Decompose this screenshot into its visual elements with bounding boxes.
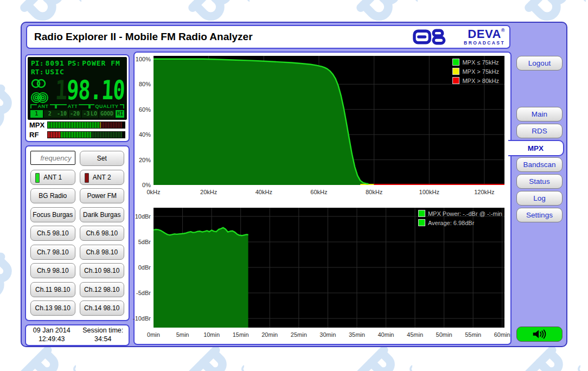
lcd-pi-ps-line: PI:8091PS:POWER FM: [31, 59, 124, 67]
x-tick-label: 40kHz: [255, 189, 272, 195]
x-tick-label: 120kHz: [474, 189, 494, 195]
deva-logo: DEVA® BROADCAST: [412, 28, 509, 46]
meter-bar: [47, 131, 125, 138]
app-window: Radio Explorer II - Mobile FM Radio Anal…: [21, 22, 567, 347]
x-tick-label: 5min: [176, 331, 189, 338]
preset-button[interactable]: Ch.12 98.10: [80, 282, 125, 297]
preset-button[interactable]: Ch.6 98.10: [80, 226, 125, 241]
logo-sub: BROADCAST: [464, 41, 505, 46]
meter-bar: [47, 121, 125, 129]
date-time: 09 Jan 2014 12:49:43: [26, 327, 78, 343]
x-tick-label: 80kHz: [366, 189, 382, 195]
level-meter-mpx: MPX: [29, 121, 125, 129]
y-tick-label: 40%: [139, 131, 151, 138]
legend-swatch-icon: [418, 219, 425, 226]
y-tick-label: 0dBr: [138, 264, 151, 271]
tuning-panel: Set ANT 1 ANT 2 BG RadioPower FMFocus Bu…: [25, 145, 130, 321]
deva-logo-mark: [412, 28, 460, 46]
sidebar-item-status[interactable]: Status: [516, 174, 563, 189]
sidebar-item-rds[interactable]: RDS: [516, 124, 563, 138]
ant2-button[interactable]: ANT 2: [80, 170, 125, 185]
x-tick-label: 60min: [494, 331, 510, 338]
y-tick-label: 20%: [139, 157, 151, 163]
ant1-button[interactable]: ANT 1: [30, 170, 75, 185]
level-meter-rf: RF: [29, 131, 125, 138]
lcd-status-row: ANT12ATT-10-20-30QUALITYLOGOODHI: [30, 104, 124, 118]
x-tick-label: 50min: [436, 331, 452, 338]
x-tick-label: 40min: [378, 331, 394, 338]
date-label: 09 Jan 2014: [26, 327, 78, 335]
lcd-indicator-20: -20: [69, 110, 81, 118]
lcd-group-att: ATT-10-20-30: [56, 104, 90, 118]
y-tick-label: -10dBr: [133, 315, 151, 322]
preset-button[interactable]: Ch.9 98.10: [30, 263, 75, 278]
x-tick-label: 20kHz: [200, 189, 217, 195]
y-tick-label: 60%: [139, 106, 151, 113]
chart-legend: MPX ≤ 75kHzMPX > 75kHzMPX > 80kHz: [452, 59, 499, 84]
legend-swatch-icon: [452, 68, 459, 75]
x-tick-label: 20min: [261, 331, 278, 338]
audio-button[interactable]: [516, 327, 563, 342]
datetime-panel: 09 Jan 2014 12:49:43 Session time: 34:54: [25, 324, 130, 346]
preset-button[interactable]: Darik Burgas: [80, 207, 125, 222]
x-tick-label: 30min: [319, 331, 336, 338]
preset-button[interactable]: BG Radio: [30, 188, 75, 203]
lcd-group-quality: QUALITYLOGOODHI: [90, 104, 124, 118]
logout-button[interactable]: Logout: [516, 56, 563, 71]
legend-label: MPX > 80kHz: [462, 78, 499, 84]
speaker-icon: [531, 329, 549, 340]
lcd-indicator-hi: HI: [116, 110, 124, 118]
mpx-power-chart: MPX Power: -.-dBr @ -:-minAverage: 6.98d…: [154, 208, 504, 328]
session-time-value: 34:54: [78, 335, 129, 344]
preset-button[interactable]: Ch.10 98.10: [80, 263, 125, 278]
sidebar-item-log[interactable]: Log: [516, 191, 563, 206]
app-header: Radio Explorer II - Mobile FM Radio Anal…: [26, 25, 510, 49]
legend-item: Average: 6.98dBr: [418, 219, 502, 226]
y-tick-label: 5dBr: [138, 239, 151, 245]
preset-button[interactable]: Power FM: [80, 188, 125, 203]
preset-button[interactable]: Ch.5 98.10: [30, 226, 75, 241]
x-tick-label: 15min: [233, 331, 249, 338]
x-tick-label: 55min: [465, 331, 481, 338]
tab-mpx[interactable]: MPX: [508, 140, 564, 156]
ant1-led-icon: [35, 173, 40, 183]
frequency-input[interactable]: [30, 151, 75, 165]
y-tick-label: -5dBr: [136, 290, 151, 296]
sidebar-item-settings[interactable]: Settings: [516, 208, 563, 222]
legend-label: Average: 6.98dBr: [428, 220, 474, 226]
lcd-group-ant: ANT12: [30, 104, 56, 118]
logo-brand: DEVA®: [468, 28, 505, 40]
lcd-indicator-lo: LO: [90, 110, 98, 118]
x-tick-label: 45min: [407, 331, 423, 338]
preset-button[interactable]: Ch.8 98.10: [80, 245, 125, 260]
preset-button[interactable]: Ch.11 98.10: [30, 282, 75, 297]
x-tick-label: 35min: [349, 331, 365, 338]
ant2-led-icon: [85, 173, 89, 183]
charts-panel: MPX ≤ 75kHzMPX > 75kHzMPX > 80kHz0kHz20k…: [133, 52, 512, 345]
sidebar-item-bandscan[interactable]: Bandscan: [516, 157, 563, 172]
x-tick-label: 0kHz: [146, 189, 160, 195]
legend-swatch-icon: [452, 77, 459, 84]
preset-button[interactable]: Ch.14 98.10: [80, 300, 125, 316]
legend-swatch-icon: [418, 210, 425, 217]
sidebar-item-main[interactable]: Main: [516, 107, 563, 121]
x-tick-label: 0min: [147, 331, 160, 338]
preset-button[interactable]: Ch.7 98.10: [30, 245, 75, 260]
page-title: Radio Explorer II - Mobile FM Radio Anal…: [27, 31, 412, 43]
preset-button[interactable]: Focus Burgas: [30, 207, 75, 222]
legend-swatch-icon: [452, 59, 459, 66]
legend-item: MPX ≤ 75kHz: [452, 59, 499, 66]
mpx-spectrum-chart: MPX ≤ 75kHzMPX > 75kHzMPX > 80kHz: [154, 56, 504, 185]
set-button[interactable]: Set: [80, 151, 125, 166]
y-tick-label: 10dBr: [135, 213, 151, 220]
meter-label: RF: [29, 131, 47, 139]
session-time: Session time: 34:54: [78, 327, 129, 343]
y-tick-label: 0%: [142, 182, 151, 188]
frequency-display: 198.10: [55, 77, 125, 104]
legend-label: MPX Power: -.-dBr @ -:-min: [428, 210, 502, 217]
lcd-indicator-1: 1: [30, 110, 43, 118]
lcd-indicator-10: -10: [56, 110, 68, 118]
preset-button[interactable]: Ch.13 98.10: [30, 300, 75, 316]
lcd-indicator-good: GOOD: [99, 110, 114, 118]
lcd-indicator-2: 2: [44, 110, 56, 118]
